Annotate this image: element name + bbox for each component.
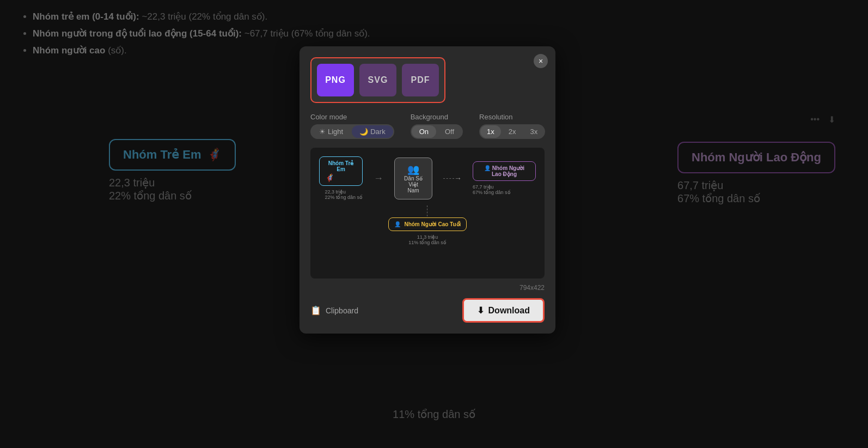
background-toggle: On Off — [411, 124, 463, 139]
color-mode-toggle: ☀ Light 🌙 Dark — [310, 124, 394, 139]
purple-node-icon: 👤 — [484, 165, 491, 171]
dashed-vertical — [427, 205, 427, 216]
background-group: Background On Off — [411, 113, 463, 139]
background-off-btn[interactable]: Off — [437, 125, 462, 138]
arrow-left: → — [374, 173, 383, 184]
color-mode-group: Color mode ☀ Light 🌙 Dark — [310, 113, 394, 139]
clipboard-icon: 📋 — [310, 305, 321, 316]
color-mode-label: Color mode — [310, 113, 394, 121]
moon-icon: 🌙 — [359, 128, 368, 136]
preview-blue-node: Nhóm Trẻ Em 🦸 — [319, 156, 363, 186]
blue-node-icon: 🦸 — [325, 173, 334, 182]
preview-diagram: Nhóm Trẻ Em 🦸 22,3 triệu 22% tổng dân số… — [319, 156, 536, 245]
preview-area: Nhóm Trẻ Em 🦸 22,3 triệu 22% tổng dân số… — [310, 148, 545, 279]
yellow-node-icon: 👤 — [394, 221, 401, 227]
preview-purple-stats: 67,7 triệu 67% tổng dân số — [473, 184, 511, 195]
close-button[interactable]: × — [534, 54, 548, 68]
format-svg-button[interactable]: SVG — [359, 64, 396, 96]
preview-purple-node: 👤 Nhóm Người Lao Động — [473, 161, 536, 181]
download-arrow-icon: ⬇ — [477, 305, 484, 316]
resolution-3x-btn[interactable]: 3x — [524, 125, 545, 138]
arrow-right: → — [443, 174, 462, 183]
sun-icon: ☀ — [319, 128, 326, 136]
background-on-btn[interactable]: On — [412, 125, 436, 138]
action-row: 📋 Clipboard ⬇ Download — [310, 298, 545, 323]
center-icon: 👥 — [401, 164, 425, 175]
preview-yellow-node: 👤 Nhóm Người Cao Tuổi — [388, 217, 467, 231]
settings-row: Color mode ☀ Light 🌙 Dark Background On … — [310, 113, 545, 139]
download-button[interactable]: ⬇ Download — [462, 298, 545, 323]
color-mode-dark-btn[interactable]: 🌙 Dark — [352, 125, 393, 138]
preview-yellow-stats: 11,3 triệu 11% tổng dân số — [408, 234, 447, 245]
dashed-line-right — [443, 178, 454, 179]
preview-left-area: Nhóm Trẻ Em 🦸 22,3 triệu 22% tổng dân số — [319, 156, 363, 200]
preview-center-node: 👥 Dân Số Việt Nam — [394, 158, 432, 199]
color-mode-light-btn[interactable]: ☀ Light — [311, 125, 351, 138]
format-png-button[interactable]: PNG — [317, 64, 354, 96]
resolution-1x-btn[interactable]: 1x — [480, 125, 501, 138]
arrow-right-icon: → — [454, 174, 462, 183]
arrow-left-icon: → — [374, 173, 383, 184]
resolution-toggle: 1x 2x 3x — [479, 124, 545, 139]
format-pdf-button[interactable]: PDF — [402, 64, 439, 96]
format-row: PNG SVG PDF — [310, 57, 445, 103]
preview-top-row: Nhóm Trẻ Em 🦸 22,3 triệu 22% tổng dân số… — [319, 156, 536, 200]
clipboard-button[interactable]: 📋 Clipboard — [310, 305, 358, 316]
preview-blue-stats: 22,3 triệu 22% tổng dân số — [325, 189, 363, 200]
resolution-2x-btn[interactable]: 2x — [502, 125, 523, 138]
preview-right-area: 👤 Nhóm Người Lao Động 67,7 triệu 67% tổn… — [473, 161, 536, 195]
preview-bottom-connector: 👤 Nhóm Người Cao Tuổi 11,3 triệu 11% tổn… — [388, 205, 467, 245]
resolution-group: Resolution 1x 2x 3x — [479, 113, 545, 139]
preview-size-label: 794x422 — [310, 284, 545, 292]
resolution-label: Resolution — [479, 113, 545, 121]
close-icon: × — [539, 57, 543, 65]
background-label: Background — [411, 113, 463, 121]
export-dialog: × PNG SVG PDF Color mode ☀ Light 🌙 Dark — [299, 46, 555, 334]
